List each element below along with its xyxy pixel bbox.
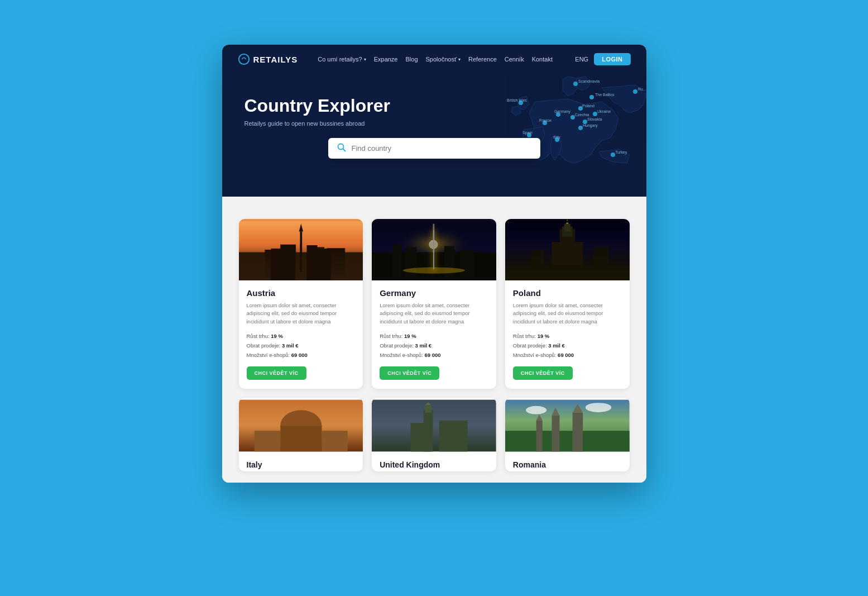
card-title-germany: Germany bbox=[380, 288, 488, 298]
card-partial-uk: United Kingdom bbox=[372, 398, 496, 471]
card-body-poland: Poland Lorem ipsum dolor sit amet, conse… bbox=[505, 280, 630, 389]
card-body-austria: Austria Lorem ipsum dolor sit amet, cons… bbox=[239, 280, 363, 389]
europe-map: Scandinavia British Isles The Baltics Ru… bbox=[457, 74, 646, 197]
svg-point-48 bbox=[403, 268, 465, 274]
svg-point-21 bbox=[578, 126, 583, 130]
svg-rect-50 bbox=[559, 229, 575, 278]
svg-rect-52 bbox=[564, 224, 570, 232]
svg-text:Hungary: Hungary bbox=[583, 123, 598, 128]
svg-marker-53 bbox=[566, 219, 568, 221]
svg-text:Ru...: Ru... bbox=[638, 87, 646, 91]
svg-rect-67 bbox=[425, 405, 431, 413]
card-poland: Poland Lorem ipsum dolor sit amet, conse… bbox=[505, 219, 630, 389]
svg-rect-35 bbox=[280, 245, 296, 278]
svg-rect-64 bbox=[322, 431, 347, 451]
search-bar bbox=[328, 138, 540, 159]
hero-content: Country Explorer Retailys guide to open … bbox=[244, 96, 434, 127]
card-btn-germany[interactable]: CHCI VĚDĚT VÍC bbox=[380, 366, 439, 380]
svg-rect-77 bbox=[536, 421, 542, 452]
card-germany: Germany Lorem ipsum dolor sit amet, cons… bbox=[372, 219, 496, 389]
nav-reference[interactable]: Reference bbox=[468, 56, 497, 63]
svg-rect-73 bbox=[552, 415, 559, 451]
svg-line-30 bbox=[343, 149, 345, 151]
nav-blog[interactable]: Blog bbox=[405, 56, 418, 63]
svg-point-27 bbox=[611, 152, 615, 157]
nav-co-umi[interactable]: Co umí retailys? ▾ bbox=[318, 56, 366, 63]
svg-rect-58 bbox=[566, 223, 568, 224]
card-btn-austria[interactable]: CHCI VĚDĚT VÍC bbox=[247, 366, 306, 380]
svg-point-5 bbox=[589, 95, 594, 99]
login-button[interactable]: LOGIN bbox=[594, 53, 630, 65]
card-desc-germany: Lorem ipsum dolor sit amet, consecter ad… bbox=[380, 302, 488, 326]
hero-title: Country Explorer bbox=[244, 96, 434, 116]
search-input[interactable] bbox=[352, 144, 531, 152]
card-stats-poland: Růst trhu: 19 % Obrat prodeje: 3 mil € M… bbox=[513, 331, 622, 360]
search-icon bbox=[337, 143, 346, 154]
svg-rect-70 bbox=[439, 421, 468, 452]
svg-rect-38 bbox=[327, 248, 344, 278]
card-stats-germany: Růst trhu: 19 % Obrat prodeje: 3 mil € M… bbox=[380, 331, 488, 360]
svg-rect-75 bbox=[572, 413, 583, 452]
svg-rect-72 bbox=[505, 431, 630, 451]
svg-rect-69 bbox=[411, 423, 431, 451]
svg-point-79 bbox=[526, 406, 546, 414]
cards-bottom-row: Italy bbox=[239, 398, 630, 471]
svg-rect-63 bbox=[254, 431, 280, 451]
svg-text:The Baltics: The Baltics bbox=[595, 93, 615, 97]
svg-rect-59 bbox=[505, 265, 630, 278]
svg-rect-33 bbox=[300, 232, 302, 258]
svg-text:Czechia: Czechia bbox=[575, 113, 589, 117]
svg-point-15 bbox=[593, 112, 597, 116]
svg-text:British Isles: British Isles bbox=[507, 98, 527, 102]
card-partial-label-romania: Romania bbox=[505, 456, 630, 471]
svg-rect-57 bbox=[593, 247, 609, 278]
svg-point-0 bbox=[238, 54, 248, 64]
svg-text:Germany: Germany bbox=[554, 109, 570, 114]
svg-rect-47 bbox=[460, 250, 474, 278]
card-partial-label-italy: Italy bbox=[239, 456, 363, 471]
svg-text:Ukraine: Ukraine bbox=[597, 109, 611, 113]
nav-cennik[interactable]: Cenník bbox=[505, 56, 524, 63]
svg-point-42 bbox=[429, 240, 438, 249]
svg-text:France: France bbox=[539, 118, 552, 122]
svg-rect-46 bbox=[444, 246, 455, 279]
card-image-germany bbox=[372, 219, 496, 280]
card-title-austria: Austria bbox=[247, 288, 356, 298]
svg-text:Scandinavia: Scandinavia bbox=[578, 79, 600, 83]
card-desc-austria: Lorem ipsum dolor sit amet, consecter ad… bbox=[247, 302, 356, 326]
svg-text:Spain: Spain bbox=[522, 131, 533, 135]
svg-rect-56 bbox=[531, 250, 544, 278]
svg-point-13 bbox=[570, 115, 575, 120]
nav-links: Co umí retailys? ▾ Expanze Blog Spoločno… bbox=[318, 56, 565, 63]
card-austria: Austria Lorem ipsum dolor sit amet, cons… bbox=[239, 219, 363, 389]
nav-right: ENG LOGIN bbox=[575, 53, 630, 65]
svg-rect-43 bbox=[372, 252, 496, 278]
logo[interactable]: RETAILYS bbox=[238, 53, 298, 65]
svg-rect-36 bbox=[311, 247, 324, 278]
card-image-austria bbox=[239, 219, 363, 280]
svg-text:Poland: Poland bbox=[582, 104, 594, 108]
card-btn-poland[interactable]: CHCI VĚDĚT VÍC bbox=[513, 366, 573, 380]
cards-section: Austria Lorem ipsum dolor sit amet, cons… bbox=[222, 197, 646, 483]
nav-spolocnost[interactable]: Spoločnosť ▾ bbox=[426, 56, 461, 63]
card-title-poland: Poland bbox=[513, 288, 622, 298]
cards-grid: Austria Lorem ipsum dolor sit amet, cons… bbox=[239, 219, 630, 389]
nav-expanze[interactable]: Expanze bbox=[374, 56, 398, 63]
navbar: RETAILYS Co umí retailys? ▾ Expanze Blog… bbox=[222, 45, 646, 74]
chevron-down-icon: ▾ bbox=[364, 57, 366, 62]
svg-point-1 bbox=[573, 82, 578, 86]
hero-subtitle: Retailys guide to open new bussines abro… bbox=[244, 120, 434, 127]
nav-kontakt[interactable]: Kontakt bbox=[532, 56, 553, 63]
svg-rect-55 bbox=[572, 242, 583, 278]
svg-rect-37 bbox=[265, 250, 275, 278]
svg-rect-44 bbox=[392, 245, 402, 278]
hero-section: Country Explorer Retailys guide to open … bbox=[222, 74, 646, 197]
card-stats-austria: Růst trhu: 19 % Obrat prodeje: 3 mil € M… bbox=[247, 331, 356, 360]
svg-point-7 bbox=[633, 89, 637, 94]
svg-rect-65 bbox=[372, 400, 496, 452]
language-selector[interactable]: ENG bbox=[575, 56, 588, 63]
svg-rect-45 bbox=[405, 247, 416, 278]
svg-text:Slovakia: Slovakia bbox=[587, 117, 602, 121]
card-image-poland bbox=[505, 219, 630, 280]
svg-rect-54 bbox=[552, 242, 562, 278]
